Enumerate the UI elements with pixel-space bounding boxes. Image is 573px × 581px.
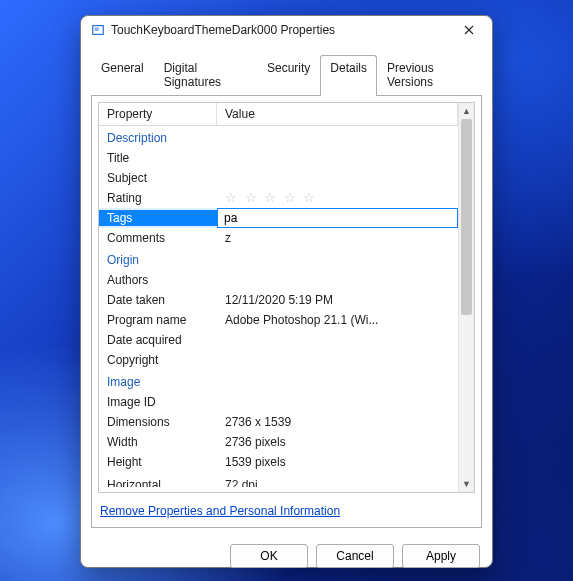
row-title[interactable]: Title: [99, 148, 458, 168]
row-tags[interactable]: Tags: [99, 208, 458, 228]
remove-properties-link[interactable]: Remove Properties and Personal Informati…: [100, 504, 340, 518]
properties-grid: Property Value Description Title Subject…: [98, 102, 475, 493]
tab-previous-versions[interactable]: Previous Versions: [377, 55, 482, 96]
row-date-taken[interactable]: Date taken12/11/2020 5:19 PM: [99, 290, 458, 310]
tab-digital-signatures[interactable]: Digital Signatures: [154, 55, 257, 96]
apply-button[interactable]: Apply: [402, 544, 480, 568]
row-comments[interactable]: Commentsz: [99, 228, 458, 248]
row-subject[interactable]: Subject: [99, 168, 458, 188]
row-rating[interactable]: Rating☆ ☆ ☆ ☆ ☆: [99, 188, 458, 208]
row-copyright[interactable]: Copyright: [99, 350, 458, 370]
header-value[interactable]: Value: [217, 103, 458, 125]
dialog-buttons: OK Cancel Apply: [81, 536, 492, 580]
titlebar: TouchKeyboardThemeDark000 Properties: [81, 16, 492, 44]
row-width[interactable]: Width2736 pixels: [99, 432, 458, 452]
tab-details[interactable]: Details: [320, 55, 377, 96]
section-description: Description: [99, 126, 458, 148]
grid-header: Property Value: [99, 103, 458, 126]
scroll-down-icon[interactable]: ▼: [459, 476, 474, 492]
close-icon: [464, 25, 474, 35]
scroll-up-icon[interactable]: ▲: [459, 103, 474, 119]
rating-stars-icon[interactable]: ☆ ☆ ☆ ☆ ☆: [225, 190, 317, 205]
file-icon: [91, 23, 105, 37]
tabs: General Digital Signatures Security Deta…: [81, 54, 492, 95]
tags-input[interactable]: [217, 208, 458, 228]
scroll-thumb[interactable]: [461, 119, 472, 315]
tab-general[interactable]: General: [91, 55, 154, 96]
section-origin: Origin: [99, 248, 458, 270]
row-horizontal-resolution[interactable]: Horizontal resolution72 dpi: [99, 472, 458, 492]
row-program-name[interactable]: Program nameAdobe Photoshop 21.1 (Wi...: [99, 310, 458, 330]
properties-dialog: TouchKeyboardThemeDark000 Properties Gen…: [80, 15, 493, 568]
ok-button[interactable]: OK: [230, 544, 308, 568]
close-button[interactable]: [452, 16, 486, 44]
row-date-acquired[interactable]: Date acquired: [99, 330, 458, 350]
window-title: TouchKeyboardThemeDark000 Properties: [111, 23, 452, 37]
row-dimensions[interactable]: Dimensions2736 x 1539: [99, 412, 458, 432]
header-property[interactable]: Property: [99, 103, 217, 125]
svg-rect-1: [95, 27, 99, 31]
scroll-track[interactable]: [459, 119, 474, 476]
row-authors[interactable]: Authors: [99, 270, 458, 290]
row-height[interactable]: Height1539 pixels: [99, 452, 458, 472]
section-image: Image: [99, 370, 458, 392]
cancel-button[interactable]: Cancel: [316, 544, 394, 568]
tab-security[interactable]: Security: [257, 55, 320, 96]
details-pane: Property Value Description Title Subject…: [91, 95, 482, 528]
row-image-id[interactable]: Image ID: [99, 392, 458, 412]
vertical-scrollbar[interactable]: ▲ ▼: [458, 103, 474, 492]
link-row: Remove Properties and Personal Informati…: [98, 493, 475, 519]
